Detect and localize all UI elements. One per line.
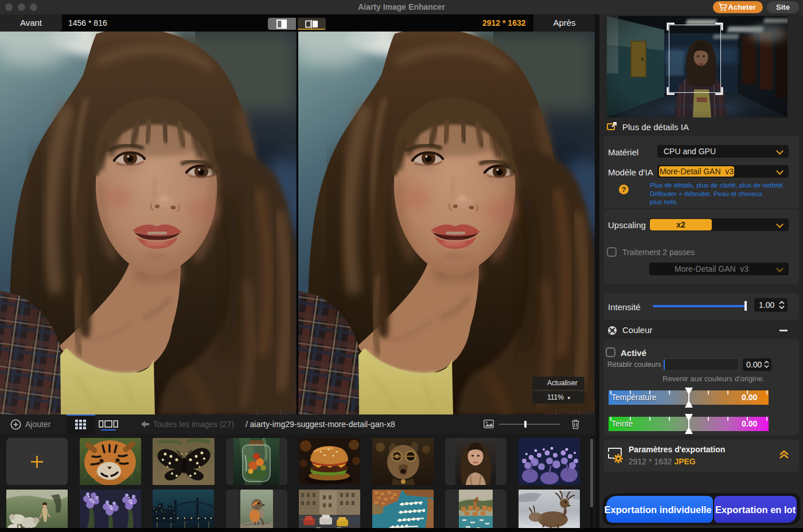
- svg-text:Exportation individuelle: Exportation individuelle: [604, 504, 711, 515]
- svg-text:Exportation en lot: Exportation en lot: [715, 504, 796, 515]
